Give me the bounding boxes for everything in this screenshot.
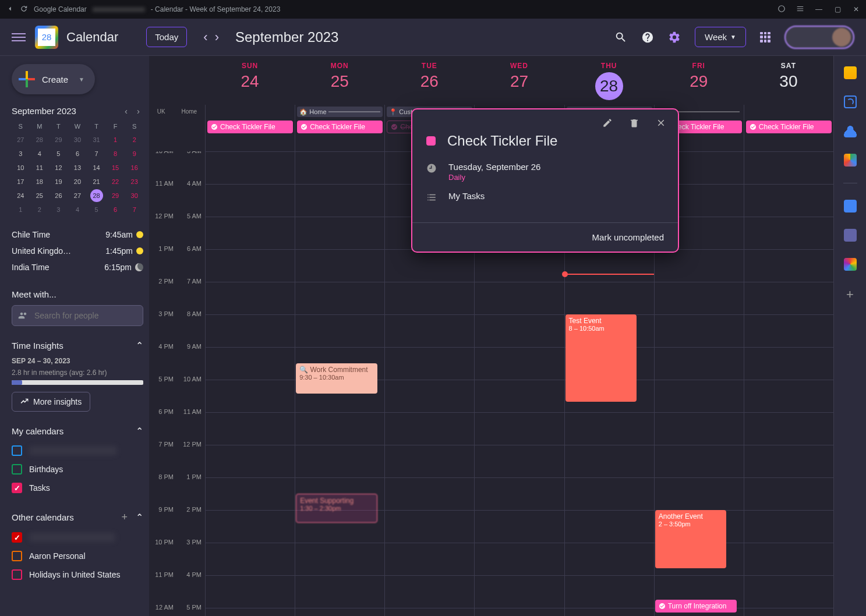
edit-icon[interactable] [602, 118, 613, 128]
mini-cal-day[interactable]: 14 [87, 161, 105, 174]
tasks-app-icon[interactable] [844, 95, 857, 108]
mini-cal-day[interactable]: 1 [12, 203, 30, 216]
mini-cal-day[interactable]: 8 [107, 147, 125, 160]
collapse-mycals[interactable]: ⌃ [136, 426, 143, 437]
allday-task[interactable]: Check Tickler File [297, 121, 383, 133]
calendar-checkbox[interactable] [12, 483, 22, 493]
search-icon[interactable] [614, 31, 627, 44]
contacts-icon[interactable] [844, 125, 857, 137]
day-column[interactable]: 🔍 Work Commitment9:30 – 10:30amEvent Sup… [295, 151, 384, 616]
extension-icon[interactable] [777, 5, 786, 15]
day-header[interactable]: SAT30 [744, 56, 833, 105]
location-bar[interactable]: 🏠 Home [297, 107, 383, 117]
mini-cal-day[interactable]: 5 [87, 203, 105, 216]
meet-icon[interactable] [844, 200, 857, 213]
day-header[interactable]: MON25 [295, 56, 384, 105]
allday-task[interactable]: Check Tickler File [207, 121, 293, 133]
help-icon[interactable] [641, 31, 654, 44]
mini-cal-day[interactable]: 21 [87, 175, 105, 188]
allday-task[interactable]: Check Tickler File [746, 121, 832, 133]
day-header[interactable]: TUE26 [384, 56, 474, 105]
mini-cal-day[interactable]: 2 [125, 133, 143, 146]
mini-cal-day[interactable]: 20 [69, 175, 87, 188]
day-column[interactable] [205, 151, 295, 616]
view-selector[interactable]: Week▼ [695, 27, 746, 47]
day-header[interactable]: WED27 [474, 56, 564, 105]
mini-cal-day[interactable]: 9 [125, 147, 143, 160]
delete-icon[interactable] [629, 118, 639, 128]
mini-cal-day[interactable]: 28 [90, 189, 103, 202]
mini-cal-next[interactable]: › [137, 106, 140, 116]
calendar-item[interactable]: redacted other calendar [12, 528, 143, 547]
mark-uncompleted-button[interactable]: Mark uncompleted [412, 222, 678, 252]
mini-cal-day[interactable]: 22 [107, 175, 125, 188]
mini-cal-day[interactable]: 31 [87, 133, 105, 146]
hamburger-icon[interactable] [12, 33, 26, 41]
mini-cal-day[interactable]: 26 [50, 189, 68, 202]
mini-cal-day[interactable]: 25 [31, 189, 49, 202]
prev-week-button[interactable]: ‹ [203, 30, 207, 45]
mini-cal-day[interactable]: 15 [107, 161, 125, 174]
mini-cal-day[interactable]: 28 [31, 133, 49, 146]
close-icon[interactable] [656, 118, 666, 128]
mini-cal-prev[interactable]: ‹ [125, 106, 128, 116]
mini-cal-day[interactable]: 4 [69, 203, 87, 216]
mini-cal-day[interactable]: 6 [107, 203, 125, 216]
mini-cal-day[interactable]: 19 [50, 175, 68, 188]
mini-cal-day[interactable]: 1 [107, 133, 125, 146]
mini-cal-day[interactable]: 2 [31, 203, 49, 216]
mini-cal-day[interactable]: 6 [69, 147, 87, 160]
teams-icon[interactable] [844, 229, 857, 242]
allday-task[interactable]: Turn off Integration [655, 600, 737, 613]
palette-icon[interactable] [844, 258, 857, 271]
mini-cal-day[interactable]: 11 [31, 161, 49, 174]
mini-cal-day[interactable]: 5 [50, 147, 68, 160]
calendar-item[interactable]: redacted calendar name [12, 441, 143, 460]
maps-icon[interactable] [844, 154, 857, 167]
keep-icon[interactable] [844, 66, 857, 79]
mini-cal-day[interactable]: 12 [50, 161, 68, 174]
collapse-othercals[interactable]: ⌃ [136, 512, 143, 523]
menu-lines-icon[interactable] [796, 5, 804, 15]
event-block[interactable]: Test Event8 – 10:50am [565, 314, 637, 402]
search-people-field[interactable] [34, 311, 137, 320]
minimize-button[interactable]: — [815, 5, 823, 13]
event-block[interactable]: Another Event2 – 3:50pm [655, 510, 726, 568]
mini-cal-day[interactable]: 24 [12, 189, 30, 202]
calendar-item[interactable]: Aaron Personal [12, 547, 143, 565]
calendar-checkbox[interactable] [12, 551, 22, 561]
next-week-button[interactable]: › [215, 30, 219, 45]
close-button[interactable]: ✕ [852, 5, 860, 13]
timezone-row[interactable]: India Time6:15pm [12, 259, 143, 275]
mini-cal-day[interactable]: 27 [69, 189, 87, 202]
mini-cal-day[interactable]: 7 [87, 147, 105, 160]
today-button[interactable]: Today [146, 27, 187, 47]
day-header[interactable]: FRI29 [654, 56, 744, 105]
mini-cal-day[interactable]: 17 [12, 175, 30, 188]
event-block[interactable]: Event Supporting1:30 – 2:30pm [296, 494, 377, 523]
day-header[interactable]: THU28 [564, 56, 654, 105]
mini-cal-day[interactable]: 18 [31, 175, 49, 188]
more-insights-button[interactable]: More insights [12, 392, 90, 412]
back-icon[interactable] [6, 5, 14, 15]
mini-cal-day[interactable]: 29 [50, 133, 68, 146]
timezone-row[interactable]: United Kingdo…1:45pm [12, 243, 143, 259]
mini-cal-day[interactable]: 7 [125, 203, 143, 216]
mini-cal-day[interactable]: 3 [12, 147, 30, 160]
event-block[interactable]: 🔍 Work Commitment9:30 – 10:30am [296, 363, 377, 394]
mini-calendar[interactable]: SMTWTFS272829303112345678910111213141516… [12, 121, 143, 216]
mini-cal-day[interactable]: 30 [125, 189, 143, 202]
calendar-item[interactable]: Birthdays [12, 460, 143, 479]
mini-cal-day[interactable]: 29 [107, 189, 125, 202]
search-people-input[interactable] [12, 305, 143, 326]
create-button[interactable]: Create ▼ [12, 64, 95, 94]
calendar-checkbox[interactable] [12, 445, 22, 456]
add-app-icon[interactable]: + [846, 287, 854, 302]
mini-cal-day[interactable]: 27 [12, 133, 30, 146]
calendar-checkbox[interactable] [12, 532, 22, 543]
account-switcher[interactable] [784, 26, 854, 49]
settings-icon[interactable] [668, 31, 681, 44]
collapse-insights[interactable]: ⌃ [136, 340, 143, 351]
mini-cal-day[interactable]: 30 [69, 133, 87, 146]
mini-cal-day[interactable]: 16 [125, 161, 143, 174]
